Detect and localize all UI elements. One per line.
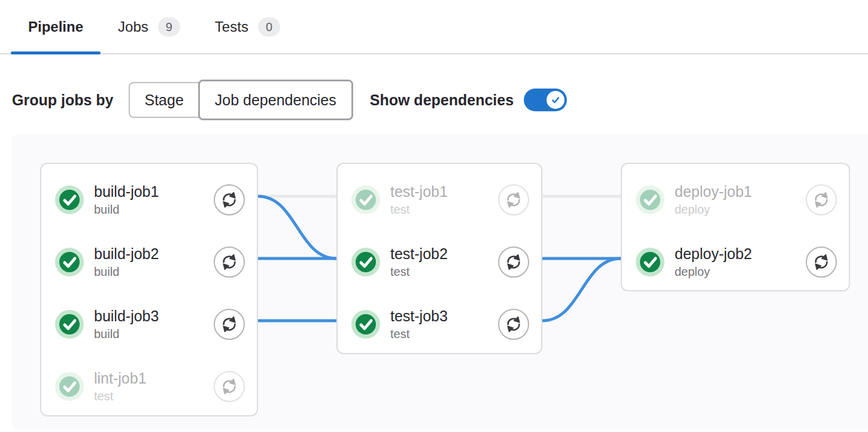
job-row: build-job1 build bbox=[55, 169, 245, 231]
job-stage: build bbox=[94, 202, 159, 217]
job-link-deploy-job2[interactable]: deploy-job2 deploy bbox=[636, 245, 806, 279]
graph-controls: Group jobs by Stage Job dependencies Sho… bbox=[12, 81, 868, 119]
group-by-job-dependencies-button[interactable]: Job dependencies bbox=[198, 80, 353, 120]
status-success-icon bbox=[55, 372, 84, 401]
retry-job-button[interactable] bbox=[214, 184, 245, 215]
tab-pipeline[interactable]: Pipeline bbox=[11, 0, 101, 53]
tab-jobs-label: Jobs bbox=[118, 19, 148, 35]
job-link-test-job2[interactable]: test-job2 test bbox=[351, 245, 498, 279]
tab-tests-label: Tests bbox=[215, 19, 248, 35]
dependency-link bbox=[258, 196, 336, 258]
job-name: build-job2 bbox=[94, 245, 159, 263]
job-stage: build bbox=[94, 264, 159, 279]
job-link-lint-job1[interactable]: lint-job1 test bbox=[55, 370, 214, 403]
status-success-icon bbox=[55, 310, 84, 339]
retry-icon bbox=[505, 253, 523, 271]
retry-icon bbox=[505, 315, 523, 333]
retry-job-button[interactable] bbox=[214, 247, 245, 278]
retry-icon bbox=[220, 253, 238, 271]
job-link-test-job3[interactable]: test-job3 test bbox=[351, 308, 498, 341]
status-success-icon bbox=[636, 185, 664, 214]
job-link-build-job1[interactable]: build-job1 build bbox=[55, 183, 214, 217]
retry-icon bbox=[505, 191, 523, 209]
check-icon bbox=[550, 95, 561, 105]
status-success-icon bbox=[55, 248, 84, 276]
tab-jobs[interactable]: Jobs 9 bbox=[101, 0, 198, 53]
job-group-column-test: test-job1 test test-job2 test bbox=[336, 163, 542, 354]
dependency-link bbox=[542, 258, 621, 321]
status-success-icon bbox=[351, 310, 380, 339]
job-group-column-deploy: deploy-job1 deploy deploy-job2 deploy bbox=[621, 163, 850, 291]
retry-job-button[interactable] bbox=[498, 247, 529, 278]
retry-icon bbox=[812, 191, 830, 209]
job-group-column-build: build-job1 build build-job2 build bbox=[40, 163, 258, 416]
group-jobs-by-label: Group jobs by bbox=[12, 92, 113, 109]
pipeline-graph-panel: build-job1 build build-job2 build bbox=[12, 134, 868, 430]
job-row: test-job1 test bbox=[351, 169, 529, 231]
status-success-icon bbox=[55, 185, 84, 214]
job-row: build-job2 build bbox=[55, 231, 245, 293]
job-row: build-job3 build bbox=[55, 293, 245, 355]
tab-pipeline-label: Pipeline bbox=[28, 19, 83, 35]
status-success-icon bbox=[636, 248, 664, 276]
job-name: test-job2 bbox=[390, 245, 448, 263]
job-link-build-job3[interactable]: build-job3 build bbox=[55, 308, 214, 341]
job-link-deploy-job1[interactable]: deploy-job1 deploy bbox=[636, 183, 806, 217]
retry-job-button[interactable] bbox=[806, 247, 837, 278]
tab-tests[interactable]: Tests 0 bbox=[198, 0, 298, 53]
job-name: deploy-job2 bbox=[675, 245, 752, 263]
retry-icon bbox=[220, 191, 238, 209]
job-stage: test bbox=[94, 389, 147, 403]
job-stage: test bbox=[390, 264, 448, 279]
job-name: build-job3 bbox=[94, 308, 159, 325]
job-row: lint-job1 test bbox=[55, 355, 245, 418]
pipeline-tab-bar: Pipeline Jobs 9 Tests 0 bbox=[0, 0, 868, 54]
job-link-test-job1[interactable]: test-job1 test bbox=[351, 183, 498, 217]
retry-icon bbox=[812, 253, 830, 271]
jobs-count-badge: 9 bbox=[158, 17, 180, 36]
job-name: test-job1 bbox=[390, 183, 448, 200]
job-name: deploy-job1 bbox=[675, 183, 752, 200]
job-stage: test bbox=[390, 327, 448, 341]
job-link-build-job2[interactable]: build-job2 build bbox=[55, 245, 214, 279]
job-row: deploy-job2 deploy bbox=[636, 231, 837, 293]
retry-job-button[interactable] bbox=[214, 309, 245, 340]
status-success-icon bbox=[351, 248, 380, 276]
retry-job-button[interactable] bbox=[498, 309, 529, 340]
job-name: test-job3 bbox=[390, 308, 448, 325]
job-stage: test bbox=[390, 202, 448, 217]
job-stage: build bbox=[94, 327, 159, 341]
show-dependencies-label: Show dependencies bbox=[370, 92, 514, 109]
job-stage: deploy bbox=[675, 264, 752, 279]
group-by-stage-button[interactable]: Stage bbox=[129, 82, 199, 118]
retry-job-button[interactable] bbox=[214, 371, 245, 402]
job-row: test-job3 test bbox=[351, 293, 529, 355]
tests-count-badge: 0 bbox=[258, 17, 280, 36]
job-stage: deploy bbox=[675, 202, 752, 217]
retry-job-button[interactable] bbox=[498, 184, 529, 215]
group-jobs-by-segmented-control: Stage Job dependencies bbox=[129, 80, 353, 120]
status-success-icon bbox=[351, 185, 380, 214]
retry-icon bbox=[220, 378, 238, 396]
job-name: build-job1 bbox=[94, 183, 159, 200]
toggle-knob bbox=[547, 91, 564, 109]
job-row: test-job2 test bbox=[351, 231, 529, 293]
job-row: deploy-job1 deploy bbox=[636, 169, 837, 231]
retry-icon bbox=[220, 315, 238, 333]
retry-job-button[interactable] bbox=[806, 184, 837, 215]
job-name: lint-job1 bbox=[94, 370, 147, 387]
show-dependencies-toggle[interactable] bbox=[524, 89, 567, 111]
